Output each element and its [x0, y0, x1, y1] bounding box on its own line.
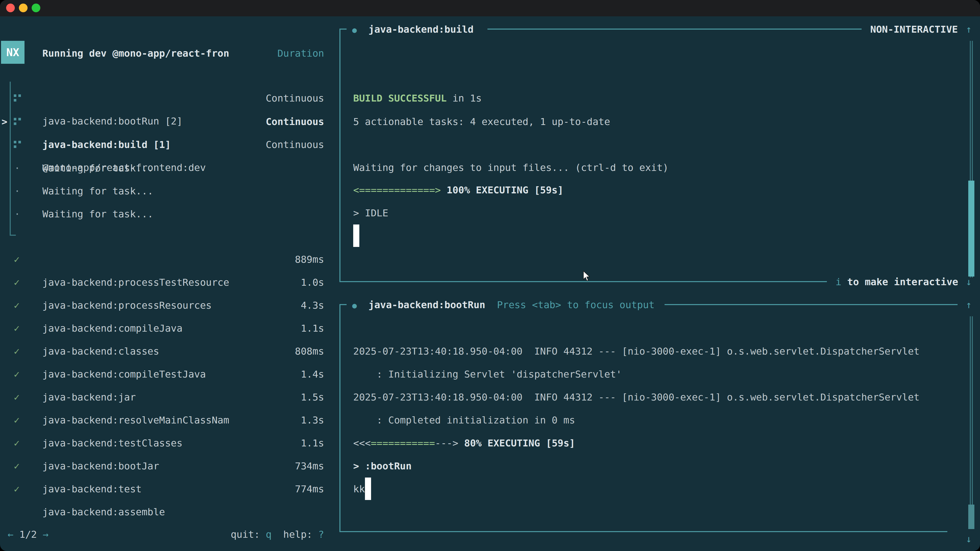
progress-suffix-glyphs: ---> [435, 437, 458, 448]
completed-task-row[interactable]: java-backend:compileJava 4.3s [0, 294, 332, 317]
help-bar: quit: q help: ? [0, 523, 332, 546]
completed-task-row[interactable]: java-backend:classes 1.1s [0, 317, 332, 340]
build-time-text: in 1s [447, 92, 482, 103]
build-successful-text: BUILD SUCCESSFUL [353, 92, 447, 103]
task-duration: 1.0s [202, 271, 324, 294]
interactive-hint-text: to make interactive [842, 276, 958, 287]
pending-task-row: Waiting for task... [42, 179, 153, 203]
spacer [357, 299, 369, 310]
bootrun-input-text[interactable]: kk [353, 478, 365, 500]
completed-task-row[interactable]: java-backend:bootJar 1.1s [0, 432, 332, 454]
pending-dot-icon: · [14, 179, 20, 203]
bootrun-terminal-cursor [365, 478, 371, 500]
interactive-hint-key[interactable]: i [835, 276, 842, 287]
bootrun-pane-corner [339, 304, 347, 305]
help-key[interactable]: ? [318, 529, 324, 540]
pending-dot-icon: · [14, 157, 20, 179]
bootrun-scrollbar-track[interactable] [970, 316, 973, 527]
completed-task-row[interactable]: java-backend:assemble 774ms [0, 478, 332, 500]
task-name: java-backend:assemble [42, 500, 165, 524]
build-terminal-cursor [353, 224, 360, 247]
build-scrollbar-thumb[interactable] [968, 181, 974, 276]
minimize-window-button[interactable] [19, 3, 27, 12]
noninteractive-badge: NON-INTERACTIVE [870, 18, 958, 41]
build-pane-left-border [339, 29, 340, 282]
terminal-window-stage: NX Running dev @mono-app/react-fron Dura… [0, 0, 980, 551]
task-tree-corner [10, 235, 16, 236]
task-duration: 1.4s [202, 363, 324, 386]
task-duration: 1.1s [202, 317, 324, 340]
completed-task-row[interactable]: java-backend:test 734ms [0, 454, 332, 478]
bootrun-scrollbar-thumb[interactable] [968, 505, 974, 529]
log-line: : Completed initialization in 0 ms [353, 409, 575, 432]
quit-key[interactable]: q [266, 529, 272, 540]
terminal-screen: NX Running dev @mono-app/react-fron Dura… [0, 16, 980, 551]
task-bullet-icon: ● [352, 301, 357, 310]
bootrun-scroll-down-icon[interactable]: ↓ [962, 527, 976, 551]
task-bullet-icon: ● [352, 25, 357, 35]
window-titlebar [0, 0, 980, 16]
build-pane-header-rule [487, 29, 862, 30]
pending-task-row: Waiting for task... [42, 203, 153, 225]
progress-status-text: 100% EXECUTING [59s] [441, 184, 563, 195]
build-pane-title: java-backend:build [369, 24, 474, 35]
task-status: Continuous [202, 87, 324, 110]
spacer [357, 24, 369, 35]
pending-dot-icon: · [14, 203, 20, 225]
progress-status-text: 80% EXECUTING [59s] [458, 437, 575, 448]
quit-label: quit: [231, 529, 266, 540]
progress-bar-glyphs: <=============> [353, 184, 441, 195]
log-line: 2025-07-23T13:40:18.950-04:00 INFO 44312… [353, 340, 920, 363]
completed-task-row[interactable]: java-backend:resolveMainClassNam 1.5s [0, 386, 332, 409]
task-duration: 1.5s [202, 386, 324, 409]
bootrun-progress-line: <<<===========---> 80% EXECUTING [59s] [353, 432, 575, 454]
progress-prefix-glyphs: <<< [353, 437, 371, 448]
mouse-pointer-icon [583, 271, 590, 284]
task-row-build-selected[interactable]: java-backend:build [1] Continuous [0, 110, 332, 133]
completed-task-row[interactable]: java-backend:processResources 1.0s [0, 271, 332, 294]
focus-output-hint[interactable]: Press <tab> to focus output [497, 299, 655, 310]
task-duration: 1.1s [202, 432, 324, 454]
completed-task-row[interactable]: java-backend:processTestResource 889ms [0, 248, 332, 271]
progress-bar-glyphs: =========== [371, 437, 435, 448]
task-duration: 889ms [202, 248, 324, 271]
interactive-hint: i to make interactive [835, 270, 958, 293]
bootrun-pane-header-rule [665, 304, 958, 305]
bootrun-pane-title: java-backend:bootRun [369, 299, 485, 310]
task-duration: 734ms [202, 454, 324, 478]
close-window-button[interactable] [6, 3, 15, 12]
build-pane-corner [339, 29, 347, 30]
spacer [485, 299, 497, 310]
bootrun-prompt-line: > :bootRun [353, 454, 412, 478]
tasks-summary-line: 5 actionable tasks: 4 executed, 1 up-to-… [353, 110, 610, 133]
zoom-window-button[interactable] [32, 3, 40, 12]
terminal-window: NX Running dev @mono-app/react-fron Dura… [0, 0, 980, 551]
bootrun-pane-left-border [339, 305, 340, 532]
task-duration: 4.3s [202, 294, 324, 317]
task-status: Continuous [202, 110, 324, 133]
task-duration: 774ms [202, 478, 324, 500]
task-duration: 1.3s [202, 409, 324, 432]
task-duration: 808ms [202, 340, 324, 363]
task-status: Continuous [202, 133, 324, 156]
build-scroll-down-icon[interactable]: ↓ [962, 270, 976, 293]
help-label: help: [272, 529, 318, 540]
help-bar-text: quit: q help: ? [202, 523, 324, 546]
build-result-line: BUILD SUCCESSFUL in 1s [353, 87, 482, 110]
build-pane-header[interactable]: ● java-backend:build [352, 18, 474, 41]
task-row-bootrun[interactable]: java-backend:bootRun [2] Continuous [0, 87, 332, 110]
completed-task-row[interactable]: java-backend:compileTestJava 808ms [0, 340, 332, 363]
pending-task-row: Waiting for task... [42, 157, 153, 179]
duration-column-header: Duration [0, 42, 332, 65]
bootrun-pane-header[interactable]: ● java-backend:bootRun Press <tab> to fo… [352, 293, 655, 316]
completed-task-row[interactable]: java-backend:testClasses 1.3s [0, 409, 332, 432]
completed-task-row[interactable]: java-backend:jar 1.4s [0, 363, 332, 386]
bootrun-scroll-up-icon[interactable]: ↑ [962, 293, 976, 316]
log-line: 2025-07-23T13:40:18.950-04:00 INFO 44312… [353, 386, 920, 409]
build-scroll-up-icon[interactable]: ↑ [962, 18, 976, 41]
bootrun-pane-bottom-border [339, 531, 947, 532]
idle-line: > IDLE [353, 202, 388, 224]
log-line: : Initializing Servlet 'dispatcherServle… [353, 363, 622, 386]
build-progress-line: <=============> 100% EXECUTING [59s] [353, 179, 563, 202]
task-row-frontend-dev[interactable]: @mono-app/react-frontend:dev Continuous [0, 133, 332, 156]
